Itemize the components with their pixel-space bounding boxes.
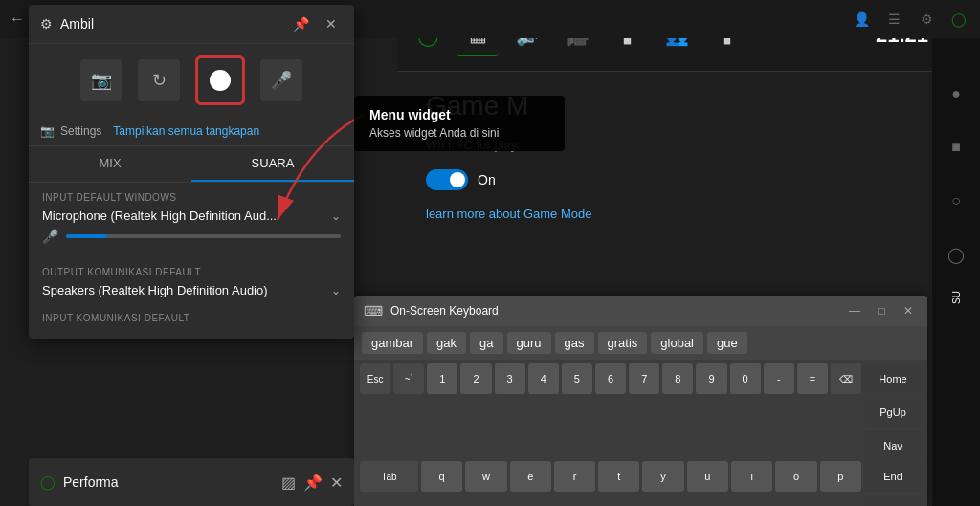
key-u[interactable]: u	[687, 461, 728, 492]
su-label: SU	[951, 291, 962, 304]
tab-mix[interactable]: MIX	[29, 146, 191, 182]
osk-header: ⌨ On-Screen Keyboard ― □ ✕	[354, 296, 927, 326]
key-pgdn[interactable]: PgDn	[864, 495, 922, 506]
input-kom-section: INPUT KOMUNIKASI DEFAULT	[29, 313, 354, 339]
tooltip-title: Menu widget	[369, 107, 549, 122]
settings-text: Settings	[60, 124, 101, 138]
nav-icons: 👤 ☰ ⚙ ◯	[850, 8, 970, 31]
key-tilde[interactable]: ~`	[393, 363, 424, 394]
output-label: OUTPUT KOMUNIKASI DEFAULT	[42, 267, 341, 277]
key-row-number: Esc ~` 1 2 3 4 5 6 7 8 9 0 - = ⌫	[360, 363, 861, 394]
suggestion-ga[interactable]: ga	[470, 332, 502, 354]
suggestion-global[interactable]: global	[651, 332, 703, 354]
performa-panel: ◯ Performa ▨ 📌 ✕	[29, 458, 354, 506]
mic-off-button[interactable]: 🎤	[260, 59, 302, 101]
suggestion-gas[interactable]: gas	[555, 332, 594, 354]
osk-suggestions-row: gambar gak ga guru gas gratis global gue	[354, 326, 927, 360]
key-0[interactable]: 0	[730, 363, 761, 394]
game-mode-toggle[interactable]	[426, 169, 468, 190]
key-7[interactable]: 7	[629, 363, 659, 394]
input-device-chevron-icon: ⌄	[331, 209, 341, 223]
right-side-icon-3[interactable]: ○	[939, 184, 973, 218]
screenshot-button[interactable]: 📷	[80, 59, 122, 101]
key-backspace[interactable]: ⌫	[831, 363, 861, 394]
osk-panel: ⌨ On-Screen Keyboard ― □ ✕ gambar gak ga…	[354, 296, 927, 506]
key-8[interactable]: 8	[662, 363, 693, 394]
suggestion-gue[interactable]: gue	[707, 332, 747, 354]
tooltip-widget: Menu widget Akses widget Anda di sini	[354, 96, 565, 151]
ambil-settings-section: 📷 Settings Tampilkan semua tangkapan	[29, 117, 354, 146]
ambil-pin-button[interactable]: 📌	[289, 12, 312, 35]
xbox-icon[interactable]: ◯	[947, 8, 970, 31]
ambil-settings-label: 📷 Settings Tampilkan semua tangkapan	[40, 124, 343, 138]
suggestion-gak[interactable]: gak	[427, 332, 466, 354]
right-side-icon-2[interactable]: ■	[939, 130, 973, 165]
volume-bar[interactable]	[66, 234, 341, 238]
key-home[interactable]: Home	[864, 363, 922, 394]
audio-section: INPUT DEFAULT WINDOWS Microphone (Realte…	[29, 183, 354, 267]
osk-keys: Esc ~` 1 2 3 4 5 6 7 8 9 0 - = ⌫	[354, 360, 927, 506]
mic-icon: 🎤	[42, 229, 58, 244]
settings-link[interactable]: Tampilkan semua tangkapan	[113, 124, 259, 138]
input-device-text: Microphone (Realtek High Definition Aud.…	[42, 209, 277, 223]
suggestion-guru[interactable]: guru	[507, 332, 551, 354]
ambil-toolbar: 📷 ↻ 🎤	[29, 44, 354, 117]
key-5[interactable]: 5	[562, 363, 592, 394]
key-row-2: Tab q w e r t y u i o p	[360, 461, 861, 506]
key-minus[interactable]: -	[764, 363, 794, 394]
refresh-button[interactable]: ↻	[138, 59, 180, 101]
osk-restore-button[interactable]: □	[872, 301, 891, 320]
performa-close-icon[interactable]: ✕	[330, 473, 343, 492]
key-esc[interactable]: Esc	[360, 363, 390, 394]
suggestion-gambar[interactable]: gambar	[362, 332, 423, 354]
output-device-select[interactable]: Speakers (Realtek High Definition Audio)…	[42, 283, 341, 297]
key-tab[interactable]: Tab	[360, 461, 418, 492]
key-3[interactable]: 3	[495, 363, 525, 394]
ambil-close-button[interactable]: ✕	[320, 12, 343, 35]
back-button[interactable]: ←	[10, 11, 25, 28]
key-4[interactable]: 4	[528, 363, 559, 394]
ambil-logo-icon: ⚙	[40, 16, 53, 32]
toggle-row: On	[426, 169, 903, 190]
key-row-1: Esc ~` 1 2 3 4 5 6 7 8 9 0 - = ⌫	[360, 363, 861, 461]
key-y[interactable]: y	[642, 461, 683, 492]
osk-header-buttons: ― □ ✕	[845, 301, 918, 320]
record-inner	[210, 70, 231, 91]
person-icon[interactable]: 👤	[850, 8, 873, 31]
right-side-icon-1[interactable]: ●	[939, 77, 973, 111]
key-p[interactable]: p	[820, 461, 861, 492]
key-i[interactable]: i	[731, 461, 772, 492]
osk-close-button[interactable]: ✕	[899, 301, 918, 320]
key-9[interactable]: 9	[696, 363, 726, 394]
tooltip-description: Akses widget Anda di sini	[369, 126, 549, 140]
key-w[interactable]: w	[465, 461, 506, 492]
key-nav[interactable]: Nav	[864, 430, 922, 461]
performa-pin-icon[interactable]: 📌	[303, 473, 323, 492]
key-r[interactable]: r	[554, 461, 595, 492]
key-equals[interactable]: =	[797, 363, 828, 394]
key-end[interactable]: End	[864, 461, 922, 492]
key-pgup[interactable]: PgUp	[864, 397, 922, 428]
key-1[interactable]: 1	[427, 363, 457, 394]
output-device-text: Speakers (Realtek High Definition Audio)	[42, 283, 268, 297]
chart-icon[interactable]: ☰	[882, 8, 905, 31]
input-device-select[interactable]: Microphone (Realtek High Definition Aud.…	[42, 209, 341, 223]
performa-logo-icon: ◯	[40, 474, 56, 490]
osk-minimize-button[interactable]: ―	[845, 301, 864, 320]
key-e[interactable]: e	[510, 461, 551, 492]
suggestion-gratis[interactable]: gratis	[598, 332, 648, 354]
right-keys-1: Home PgUp Nav	[864, 363, 922, 461]
key-2[interactable]: 2	[460, 363, 491, 394]
key-q[interactable]: q	[421, 461, 462, 492]
input-kom-label: INPUT KOMUNIKASI DEFAULT	[42, 313, 341, 323]
performa-bars-icon[interactable]: ▨	[281, 473, 296, 492]
right-side-icon-4[interactable]: ◯	[939, 237, 973, 272]
settings-icon[interactable]: ⚙	[915, 8, 938, 31]
tab-suara[interactable]: SUARA	[191, 146, 354, 182]
key-t[interactable]: t	[598, 461, 639, 492]
record-button[interactable]	[195, 55, 245, 105]
toggle-label: On	[478, 172, 496, 187]
learn-more-link[interactable]: learn more about Game Mode	[426, 207, 591, 221]
key-6[interactable]: 6	[595, 363, 626, 394]
key-o[interactable]: o	[775, 461, 816, 492]
